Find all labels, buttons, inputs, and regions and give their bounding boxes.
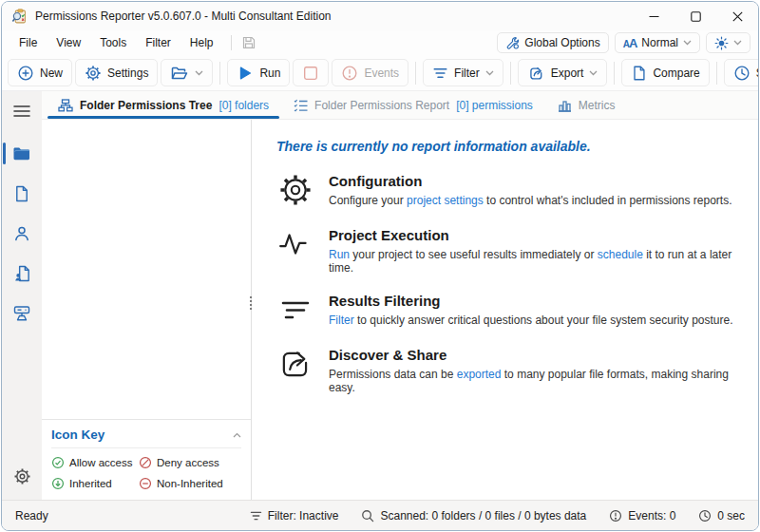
gear-icon xyxy=(13,467,31,485)
collapse-chevron-icon[interactable] xyxy=(233,432,241,438)
filter-icon xyxy=(432,66,448,81)
folder-icon xyxy=(12,145,31,162)
search-icon xyxy=(361,509,374,522)
font-size-selector[interactable]: AA Normal xyxy=(615,32,700,53)
stop-icon xyxy=(302,65,319,82)
status-events: Events: 0 xyxy=(609,509,675,522)
theme-toggle[interactable] xyxy=(706,32,750,53)
menu-bar: File View Tools Filter Help Global Optio… xyxy=(2,30,758,55)
menu-separator xyxy=(231,35,232,50)
close-button[interactable] xyxy=(716,2,758,30)
section-desc: Configure your project settings to contr… xyxy=(329,194,732,207)
status-elapsed-time: 0 sec xyxy=(698,509,745,522)
section-title: Configuration xyxy=(329,173,732,189)
non-inherited-icon xyxy=(139,477,152,490)
export-button[interactable]: Export xyxy=(518,59,608,86)
tab-folder-permissions-report[interactable]: Folder Permissions Report [0] permission… xyxy=(281,91,545,119)
section-discover-share: Discover & Share Permissions data can be… xyxy=(276,345,749,394)
sidebar-item-file-owner[interactable] xyxy=(2,257,42,289)
filter-icon xyxy=(250,510,262,522)
section-desc: Run your project to see useful results i… xyxy=(329,248,749,275)
play-icon xyxy=(237,65,254,82)
filter-link[interactable]: Filter xyxy=(329,314,354,327)
splitter-handle[interactable] xyxy=(248,294,254,312)
toolbar-separator xyxy=(219,62,220,85)
tree-icon xyxy=(58,99,73,112)
menu-view[interactable]: View xyxy=(47,33,90,52)
open-project-button[interactable] xyxy=(161,59,213,86)
pulse-icon xyxy=(276,225,314,263)
sidebar-item-network[interactable] xyxy=(2,297,42,329)
clock-icon xyxy=(698,509,712,522)
menu-help[interactable]: Help xyxy=(180,33,223,52)
sidebar-menu-toggle[interactable] xyxy=(2,95,42,126)
scheduler-button[interactable]: Scheduler xyxy=(724,59,759,86)
global-options-button[interactable]: Global Options xyxy=(497,32,608,53)
run-link[interactable]: Run xyxy=(329,248,350,261)
status-bar: Ready Filter: Inactive Scanned: 0 folder… xyxy=(2,500,758,530)
section-title: Results Filtering xyxy=(329,293,733,309)
filter-button[interactable]: Filter xyxy=(423,59,504,86)
icon-key-panel: Icon Key Allow access xyxy=(42,419,251,500)
menu-tools[interactable]: Tools xyxy=(90,33,136,52)
project-settings-link[interactable]: project settings xyxy=(407,194,484,207)
minimize-button[interactable] xyxy=(633,2,674,30)
hamburger-icon xyxy=(13,104,30,118)
icon-key-non-inherited: Non-Inherited xyxy=(139,477,241,490)
sidebar-item-users[interactable] xyxy=(2,218,42,249)
deny-access-icon xyxy=(139,456,152,469)
share-icon xyxy=(527,65,545,82)
status-ready: Ready xyxy=(15,509,48,522)
sidebar-settings-button[interactable] xyxy=(2,461,42,492)
status-scanned: Scanned: 0 folders / 0 files / 0 bytes d… xyxy=(361,509,586,522)
checklist-icon xyxy=(294,99,308,112)
bar-chart-icon xyxy=(558,99,572,112)
window-title: Permissions Reporter v5.0.607.0 - Multi … xyxy=(35,10,331,23)
tab-folder-permissions-tree[interactable]: Folder Permissions Tree [0] folders xyxy=(46,91,281,119)
section-title: Discover & Share xyxy=(329,347,749,363)
file-user-icon xyxy=(14,265,30,282)
sidebar-item-document[interactable] xyxy=(2,178,42,209)
tab-count: [0] permissions xyxy=(456,99,533,112)
app-window: Permissions Reporter v5.0.607.0 - Multi … xyxy=(1,1,759,531)
toolbar-separator xyxy=(510,62,511,85)
settings-button[interactable]: Settings xyxy=(75,59,158,86)
section-results-filtering: Results Filtering Filter to quickly answ… xyxy=(276,291,749,329)
menu-file[interactable]: File xyxy=(10,33,47,52)
alert-circle-icon xyxy=(609,509,622,522)
toolbar-separator xyxy=(614,62,615,85)
chevron-down-icon xyxy=(733,40,742,46)
stop-button[interactable] xyxy=(293,59,329,86)
folder-open-icon xyxy=(170,65,189,82)
chevron-down-icon xyxy=(195,70,203,76)
icon-key-title: Icon Key xyxy=(51,428,104,442)
tab-metrics[interactable]: Metrics xyxy=(545,91,628,119)
toolbar-separator xyxy=(415,62,416,85)
tab-count: [0] folders xyxy=(218,99,269,112)
compare-button[interactable]: Compare xyxy=(621,59,709,86)
menu-filter[interactable]: Filter xyxy=(136,33,180,52)
new-button[interactable]: New xyxy=(8,59,72,86)
sidebar-item-folder-tree[interactable] xyxy=(2,138,42,169)
schedule-link[interactable]: schedule xyxy=(598,248,643,261)
gear-icon xyxy=(85,65,102,82)
file-icon xyxy=(14,185,29,202)
inherited-icon xyxy=(51,477,65,490)
left-sidebar xyxy=(2,91,42,500)
maximize-button[interactable] xyxy=(674,2,716,30)
icon-key-deny: Deny access xyxy=(139,456,241,469)
chevron-down-icon xyxy=(683,40,692,46)
user-icon xyxy=(13,225,30,242)
plus-circle-icon xyxy=(17,65,34,82)
events-button[interactable]: Events xyxy=(332,59,408,86)
section-title: Project Execution xyxy=(329,227,749,243)
exported-link[interactable]: exported xyxy=(457,368,502,381)
network-icon xyxy=(12,305,31,322)
run-button[interactable]: Run xyxy=(227,59,290,86)
folder-tree-panel[interactable]: Icon Key Allow access xyxy=(42,120,252,500)
icon-key-allow: Allow access xyxy=(51,456,139,469)
icon-key-inherited: Inherited xyxy=(51,477,139,490)
section-configuration: Configuration Configure your project set… xyxy=(276,171,749,209)
chevron-down-icon xyxy=(589,70,598,76)
save-icon[interactable] xyxy=(239,33,258,52)
